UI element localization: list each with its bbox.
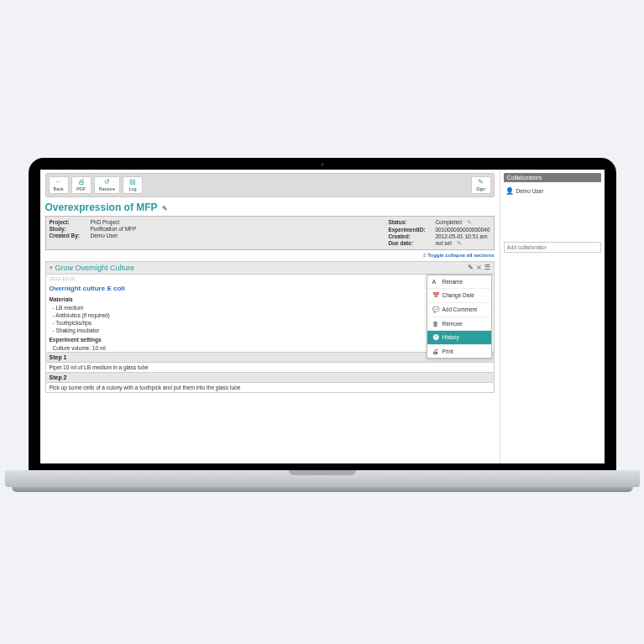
section-body: 2012-10-03 Overnight culture E coli Mate… xyxy=(45,275,495,393)
meta-createdby: Created By: Demo User xyxy=(50,233,137,238)
collaborators-header: Collaborators xyxy=(504,173,601,182)
due-val: not set xyxy=(435,240,452,247)
createdby-val: Demo User xyxy=(91,233,118,238)
meta-created: Created: 2012-05-01 10:51 am xyxy=(388,233,490,239)
created-label: Created: xyxy=(388,233,432,239)
trackpad-notch xyxy=(289,470,356,475)
status-val: Completed xyxy=(435,219,461,226)
edit-title-icon[interactable]: ✎ xyxy=(162,205,168,212)
step-1-body: Pipet 10 ml of LB medium in a glass tube xyxy=(46,363,494,372)
menu-print-label: Print xyxy=(442,348,453,354)
add-collaborator-input[interactable] xyxy=(504,242,601,253)
sign-button[interactable]: ✎ Sign xyxy=(471,176,491,194)
section-header[interactable]: ▾ Grow Overnight Culture ✎ ⤫ ☰ xyxy=(45,261,495,275)
restore-icon: ↺ xyxy=(104,179,110,186)
back-label: Back xyxy=(54,186,64,191)
menu-history-label: History xyxy=(442,334,459,340)
title-text: Overexpression of MFP xyxy=(45,202,158,213)
page-title: Overexpression of MFP ✎ xyxy=(45,202,495,213)
log-button[interactable]: ▤ Log xyxy=(123,176,143,194)
toolbar: ← Back 🖨 PDF ↺ Restore ▤ Log xyxy=(45,173,495,197)
section-menu-icon[interactable]: ☰ xyxy=(484,264,490,271)
menu-change-date-label: Change Date xyxy=(442,292,474,298)
edit-due-icon[interactable]: ✎ xyxy=(457,240,462,247)
restore-label: Restore xyxy=(99,186,115,191)
menu-rename-label: Rename xyxy=(442,279,463,285)
section-title: Grow Overnight Culture xyxy=(55,264,465,272)
menu-history[interactable]: 🕐 History xyxy=(427,331,491,345)
back-icon: ← xyxy=(55,179,62,186)
log-icon: ▤ xyxy=(129,179,136,186)
meta-status: Status: Completed ✎ xyxy=(388,219,490,226)
createdby-label: Created By: xyxy=(50,233,87,238)
meta-due: Due date: not set ✎ xyxy=(388,240,490,247)
user-icon: 👤 xyxy=(505,187,514,195)
clock-icon: 🕐 xyxy=(432,334,439,341)
due-label: Due date: xyxy=(388,240,432,247)
back-button[interactable]: ← Back xyxy=(49,176,69,194)
meta-project: Project: PhD Project xyxy=(50,219,137,225)
rename-icon: A xyxy=(432,279,439,285)
screen-bezel: ← Back 🖨 PDF ↺ Restore ▤ Log xyxy=(29,158,616,470)
pdf-label: PDF xyxy=(76,186,86,191)
sign-icon: ✎ xyxy=(478,179,484,186)
meta-expid: ExperimentID: 001000000000000046 xyxy=(388,227,490,233)
log-label: Log xyxy=(128,186,136,191)
step-2-body: Pick up some cells of a colony with a to… xyxy=(46,383,494,392)
chevron-down-icon: ▾ xyxy=(50,264,53,271)
menu-add-comment[interactable]: 💬 Add Comment xyxy=(427,303,491,317)
menu-print[interactable]: 🖨 Print xyxy=(427,345,491,358)
menu-remove-label: Remove xyxy=(442,321,463,327)
edit-section-icon[interactable]: ✎ xyxy=(468,264,474,271)
study-label: Study: xyxy=(50,226,87,232)
collaborator-name: Demo User xyxy=(516,188,544,194)
status-label: Status: xyxy=(388,219,432,226)
expand-icon[interactable]: ⤫ xyxy=(476,264,482,271)
laptop-frame: ← Back 🖨 PDF ↺ Restore ▤ Log xyxy=(29,158,616,487)
meta-study: Study: Purification of MFP xyxy=(50,226,137,232)
meta-col-left: Project: PhD Project Study: Purification… xyxy=(50,219,137,247)
meta-col-right: Status: Completed ✎ ExperimentID: 001000… xyxy=(388,219,490,247)
project-label: Project: xyxy=(50,219,87,225)
created-val: 2012-05-01 10:51 am xyxy=(435,233,487,239)
menu-remove[interactable]: 🗑 Remove xyxy=(427,317,491,331)
edit-status-icon[interactable]: ✎ xyxy=(467,219,472,226)
pdf-button[interactable]: 🖨 PDF xyxy=(71,176,92,194)
expid-val: 001000000000000046 xyxy=(435,227,490,233)
project-val: PhD Project xyxy=(91,219,120,225)
trash-icon: 🗑 xyxy=(432,321,439,327)
menu-add-comment-label: Add Comment xyxy=(442,306,478,312)
collaborator-item[interactable]: 👤 Demo User xyxy=(504,186,601,196)
step-2-label: Step 2 xyxy=(46,372,494,383)
expid-label: ExperimentID: xyxy=(388,227,432,233)
menu-rename[interactable]: A Rename xyxy=(427,275,491,289)
app-screen: ← Back 🖨 PDF ↺ Restore ▤ Log xyxy=(40,170,605,463)
calendar-icon: 📅 xyxy=(432,292,439,299)
study-val: Purification of MFP xyxy=(91,226,137,232)
sign-label: Sign xyxy=(476,186,485,191)
sidebar: Collaborators 👤 Demo User xyxy=(500,170,605,463)
context-menu: A Rename 📅 Change Date 💬 Add Comment xyxy=(427,275,492,359)
laptop-base xyxy=(5,470,640,487)
print-icon: 🖨 xyxy=(78,179,85,186)
main-content: ← Back 🖨 PDF ↺ Restore ▤ Log xyxy=(40,170,500,463)
toggle-collapse-link[interactable]: ≡ Toggle collapse all sections xyxy=(45,253,495,258)
camera-dot xyxy=(321,163,324,166)
restore-button[interactable]: ↺ Restore xyxy=(94,176,120,194)
menu-change-date[interactable]: 📅 Change Date xyxy=(427,289,491,303)
comment-icon: 💬 xyxy=(432,306,439,313)
print-icon: 🖨 xyxy=(432,348,439,354)
metadata-box: Project: PhD Project Study: Purification… xyxy=(45,216,495,250)
